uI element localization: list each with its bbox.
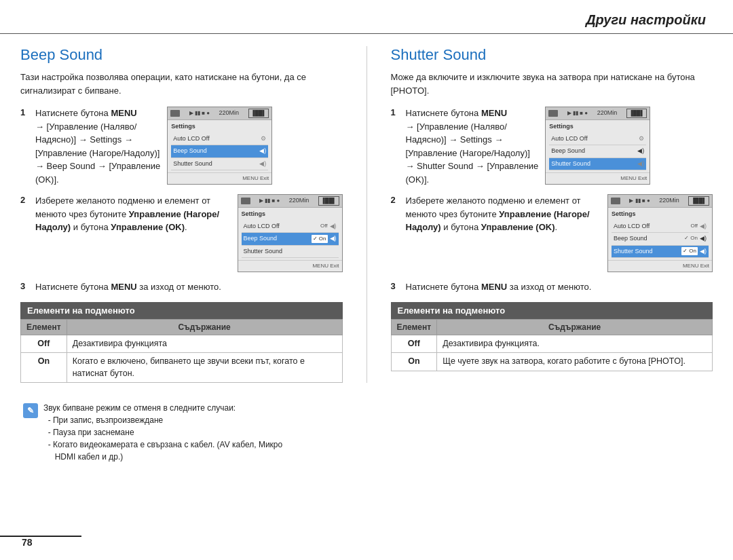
step-number-3: 3 bbox=[20, 281, 30, 291]
cam-item-shutter-3: Shutter Sound◀) bbox=[549, 158, 646, 171]
step-3-shutter-content: Натиснете бутона MENU за изход от менюто… bbox=[406, 280, 713, 294]
cam-icon-2 bbox=[241, 198, 250, 204]
cam-batt-2: ▐██▌ bbox=[318, 196, 339, 206]
cam-icon-4 bbox=[611, 198, 620, 204]
cam-icon-1 bbox=[170, 110, 180, 117]
cam-item-shutter-4: Shutter Sound ✓ On ◀) bbox=[612, 246, 709, 259]
step-1-shutter-content: Натиснете бутона MENU → [Управление (Нал… bbox=[406, 107, 713, 186]
cam-item-auto-lcd-4: Auto LCD Off Off ◀) bbox=[612, 221, 709, 234]
shutter-on-content: Ще чуете звук на затвора, когато работит… bbox=[437, 353, 713, 371]
beep-on-content: Когато е включено, бипването ще звучи вс… bbox=[67, 353, 342, 383]
page-title: Други настройки bbox=[586, 12, 706, 27]
beep-sound-steps: 1 Натиснете бутона MENU → [Управление (Н… bbox=[20, 107, 343, 294]
step-2-shutter-text: Изберете желаното подменю и елемент от м… bbox=[406, 194, 601, 234]
shutter-row-on: On Ще чуете звук на затвора, когато рабо… bbox=[391, 353, 713, 371]
step-3-beep: 3 Натиснете бутона MENU за изход от меню… bbox=[20, 280, 343, 294]
beep-sound-column: Beep Sound Тази настройка позволява опер… bbox=[20, 46, 343, 383]
step-3-shutter: 3 Натиснете бутона MENU за изход от меню… bbox=[391, 280, 713, 294]
step-2-beep: 2 Изберете желаното подменю и елемент от… bbox=[20, 194, 343, 272]
shutter-step-number-2: 2 bbox=[391, 195, 400, 205]
shutter-sound-steps: 1 Натиснете бутона MENU → [Управление (Н… bbox=[391, 107, 713, 294]
page-header: Други настройки bbox=[0, 0, 733, 34]
cam-time-3: 220Min bbox=[597, 109, 618, 118]
cam-screen-1-right: ▶ ▮▮ ■ ● 220Min ▐██▌ Settings Auto LCD O… bbox=[545, 107, 650, 185]
cam-controls-3: ▶ ▮▮ ■ ● bbox=[567, 109, 588, 117]
cam-batt-3: ▐██▌ bbox=[626, 109, 647, 118]
beep-off-element: Off bbox=[21, 335, 67, 353]
cam-batt-4: ▐██▌ bbox=[688, 196, 709, 206]
cam-footer-2: MENU Exit bbox=[238, 260, 342, 272]
cam-item-beep-3: Beep Sound◀) bbox=[549, 145, 646, 158]
cam-item-auto-lcd-1: Auto LCD Off⚙ bbox=[171, 133, 268, 146]
shutter-submenu-section: Елементи на подменюто Елемент Съдържание… bbox=[391, 302, 713, 371]
step-2-beep-text: Изберете желаното подменю и елемент от м… bbox=[35, 194, 231, 234]
shutter-sound-column: Shutter Sound Може да включите и изключи… bbox=[391, 46, 713, 383]
cam-time-4: 220Min bbox=[659, 196, 679, 206]
step-number-1: 1 bbox=[20, 107, 30, 117]
beep-submenu-header: Елементи на подменюто bbox=[20, 302, 343, 319]
beep-row-on: On Когато е включено, бипването ще звучи… bbox=[21, 353, 343, 383]
cam-item-auto-lcd-3: Auto LCD Off⚙ bbox=[549, 133, 646, 146]
cam-item-shutter-2: Shutter Sound bbox=[242, 246, 339, 259]
shutter-submenu-header: Елементи на подменюто bbox=[391, 302, 713, 319]
cam-footer-1: MENU Exit bbox=[168, 172, 271, 184]
cam-time-2: 220Min bbox=[289, 196, 309, 206]
cam-controls-2: ▶ ▮▮ ■ ● bbox=[259, 197, 280, 205]
cam-footer-4: MENU Exit bbox=[608, 260, 712, 272]
step-1-shutter-text: Натиснете бутона MENU → [Управление (Нал… bbox=[406, 107, 539, 186]
cam-footer-3: MENU Exit bbox=[546, 172, 650, 184]
cam-menu-title-1: Settings bbox=[171, 122, 268, 132]
shutter-sound-title: Shutter Sound bbox=[391, 46, 713, 64]
beep-submenu-section: Елементи на подменюто Елемент Съдържание… bbox=[20, 302, 343, 384]
cam-item-shutter-1: Shutter Sound◀) bbox=[171, 158, 268, 171]
shutter-row-off: Off Дезактивира функцията. bbox=[391, 335, 713, 353]
cam-controls-4: ▶ ▮▮ ■ ● bbox=[629, 197, 650, 205]
cam-item-beep-2: Beep Sound ✓ On ◀) bbox=[242, 233, 339, 246]
shutter-submenu-table: Елемент Съдържание Off Дезактивира функц… bbox=[391, 319, 713, 371]
cam-screen-2-left: ▶ ▮▮ ■ ● 220Min ▐██▌ Settings Auto LCD O… bbox=[238, 194, 343, 272]
page-number-line bbox=[0, 536, 81, 537]
beep-sound-title: Beep Sound bbox=[20, 46, 343, 64]
cam-icon-3 bbox=[548, 110, 558, 117]
cam-screen-1-left: ▶ ▮▮ ■ ● 220Min ▐██▌ Settings Auto LCD O… bbox=[167, 107, 272, 185]
cam-time-1: 220Min bbox=[219, 109, 240, 118]
column-divider bbox=[366, 46, 367, 383]
step-2-shutter: 2 Изберете желаното подменю и елемент от… bbox=[391, 194, 713, 272]
step-2-beep-content: Изберете желаното подменю и елемент от м… bbox=[35, 194, 343, 272]
main-content: Beep Sound Тази настройка позволява опер… bbox=[0, 46, 733, 383]
note-section: ✎ Звук бипване режим се отменя в следнит… bbox=[20, 402, 713, 463]
beep-off-content: Дезактивира функцията bbox=[67, 335, 342, 353]
shutter-off-element: Off bbox=[391, 335, 437, 353]
cam-menu-title-3: Settings bbox=[549, 122, 646, 132]
step-1-beep-text: Натиснете бутона MENU → [Управление (Нал… bbox=[35, 107, 160, 186]
beep-row-off: Off Дезактивира функцията bbox=[21, 335, 343, 353]
step-3-beep-content: Натиснете бутона MENU за изход от менюто… bbox=[35, 280, 343, 294]
shutter-col-content: Съдържание bbox=[437, 319, 713, 335]
beep-sound-intro: Тази настройка позволява операции, като … bbox=[20, 71, 343, 97]
note-text: Звук бипване режим се отменя в следните … bbox=[43, 402, 282, 463]
note-icon: ✎ bbox=[23, 403, 38, 418]
shutter-step-number-3: 3 bbox=[391, 281, 400, 291]
beep-col-element: Елемент bbox=[21, 319, 67, 335]
page-number: 78 bbox=[22, 537, 33, 548]
cam-item-beep-4: Beep Sound ✓ On ◀) bbox=[612, 233, 709, 246]
cam-item-auto-lcd-2: Auto LCD Off Off ◀) bbox=[242, 221, 339, 234]
cam-screen-2-right: ▶ ▮▮ ■ ● 220Min ▐██▌ Settings Auto LCD O… bbox=[607, 194, 713, 272]
note-container: ✎ Звук бипване режим се отменя в следнит… bbox=[0, 383, 733, 463]
step-1-beep-content: Натиснете бутона MENU → [Управление (Нал… bbox=[35, 107, 343, 186]
shutter-off-content: Дезактивира функцията. bbox=[437, 335, 713, 353]
shutter-step-number-1: 1 bbox=[391, 107, 400, 117]
cam-controls-1: ▶ ▮▮ ■ ● bbox=[189, 109, 210, 117]
cam-batt-1: ▐██▌ bbox=[248, 109, 269, 118]
beep-submenu-table: Елемент Съдържание Off Дезактивира функц… bbox=[20, 319, 343, 384]
cam-item-beep-1: Beep Sound◀) bbox=[171, 145, 268, 158]
beep-on-element: On bbox=[21, 353, 67, 383]
cam-menu-title-2: Settings bbox=[242, 210, 339, 219]
step-2-shutter-content: Изберете желаното подменю и елемент от м… bbox=[406, 194, 713, 272]
shutter-sound-intro: Може да включите и изключите звука на за… bbox=[391, 71, 713, 97]
shutter-col-element: Елемент bbox=[391, 319, 437, 335]
beep-col-content: Съдържание bbox=[67, 319, 342, 335]
step-number-2: 2 bbox=[20, 195, 30, 205]
step-1-beep: 1 Натиснете бутона MENU → [Управление (Н… bbox=[20, 107, 343, 186]
cam-menu-title-4: Settings bbox=[612, 210, 709, 219]
